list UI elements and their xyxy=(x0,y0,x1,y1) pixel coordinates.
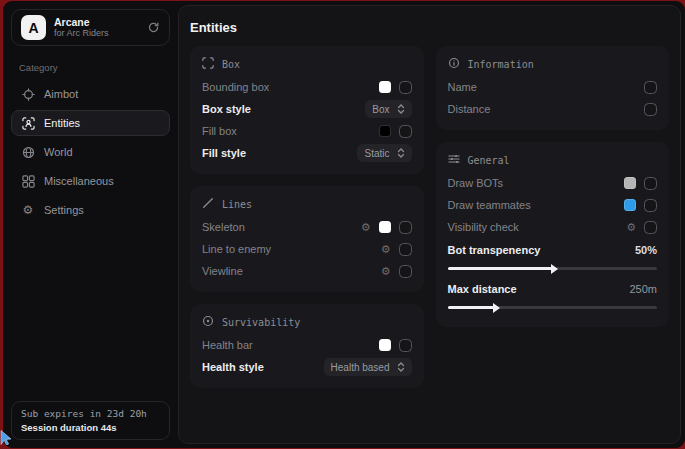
app-window: A Arcane for Arc Riders Category Aimbot xyxy=(3,1,685,448)
checkbox[interactable] xyxy=(399,265,412,278)
setting-row: Draw BOTs xyxy=(448,172,658,194)
setting-label: Viewline xyxy=(202,265,243,277)
checkbox[interactable] xyxy=(644,199,657,212)
app-header-card: A Arcane for Arc Riders xyxy=(11,9,170,46)
checkbox[interactable] xyxy=(644,221,657,234)
fill-style-dropdown[interactable]: Static xyxy=(357,144,411,162)
setting-row: Health bar xyxy=(202,334,412,356)
checkbox[interactable] xyxy=(399,243,412,256)
section-information: Information Name Distance xyxy=(436,46,670,130)
grid-icon xyxy=(21,175,35,188)
globe-icon xyxy=(21,146,35,159)
sidebar-item-entities[interactable]: Entities xyxy=(11,110,170,136)
checkbox[interactable] xyxy=(399,81,412,94)
setting-row: Draw teammates xyxy=(448,194,658,216)
section-title: Information xyxy=(468,59,534,70)
box-corners-icon xyxy=(202,57,214,71)
setting-label: Health style xyxy=(202,361,264,373)
sub-expiry-text: Sub expires in 23d 20h xyxy=(21,408,160,419)
chevron-updown-icon xyxy=(397,362,405,372)
survivability-icon xyxy=(202,315,214,329)
app-title: Arcane xyxy=(54,16,139,28)
checkbox[interactable] xyxy=(399,125,412,138)
setting-row: Fill box xyxy=(202,120,412,142)
checkbox[interactable] xyxy=(644,103,657,116)
line-icon xyxy=(202,197,214,211)
setting-row: Fill style Static xyxy=(202,142,412,164)
sidebar-item-label: World xyxy=(44,146,73,158)
setting-label: Max distance xyxy=(448,283,517,295)
main-panel: Entities Box Bounding box xyxy=(178,5,681,444)
setting-label: Distance xyxy=(448,103,491,115)
setting-row: Viewline ⚙ xyxy=(202,260,412,282)
checkbox[interactable] xyxy=(399,339,412,352)
setting-row: Bot transpenency 50% xyxy=(448,239,658,261)
category-label: Category xyxy=(19,62,170,73)
app-subtitle: for Arc Riders xyxy=(54,28,139,38)
setting-row: Skeleton ⚙ xyxy=(202,216,412,238)
mouse-cursor xyxy=(0,429,13,449)
sliders-icon xyxy=(448,153,460,167)
checkbox[interactable] xyxy=(644,177,657,190)
sidebar: A Arcane for Arc Riders Category Aimbot xyxy=(3,1,178,448)
setting-label: Line to enemy xyxy=(202,243,271,255)
setting-label: Bounding box xyxy=(202,81,269,93)
color-swatch[interactable] xyxy=(379,221,391,233)
setting-row: Max distance 250m xyxy=(448,278,658,300)
checkbox[interactable] xyxy=(644,81,657,94)
color-swatch[interactable] xyxy=(379,81,391,93)
setting-label: Fill style xyxy=(202,147,246,159)
setting-row: Visibility check ⚙ xyxy=(448,216,658,238)
color-swatch[interactable] xyxy=(379,125,391,137)
sidebar-item-world[interactable]: World xyxy=(11,139,170,165)
page-title: Entities xyxy=(190,20,669,35)
box-style-dropdown[interactable]: Box xyxy=(365,100,411,118)
setting-row: Distance xyxy=(448,98,658,120)
section-survivability: Survivability Health bar Health style xyxy=(190,304,424,388)
bot-transparency-slider[interactable] xyxy=(448,267,658,270)
setting-label: Skeleton xyxy=(202,221,245,233)
setting-label: Name xyxy=(448,81,477,93)
slider-value: 250m xyxy=(629,283,657,295)
section-title: Lines xyxy=(222,199,252,210)
chevron-updown-icon xyxy=(397,104,405,114)
section-box: Box Bounding box Box style Box xyxy=(190,46,424,174)
gear-icon[interactable]: ⚙ xyxy=(381,244,391,255)
crosshair-icon xyxy=(21,88,35,101)
section-title: General xyxy=(468,155,510,166)
health-style-dropdown[interactable]: Health based xyxy=(324,358,412,376)
setting-row: Box style Box xyxy=(202,98,412,120)
max-distance-slider[interactable] xyxy=(448,306,658,309)
setting-label: Fill box xyxy=(202,125,237,137)
sidebar-item-label: Miscellaneous xyxy=(44,175,114,187)
setting-row: Bounding box xyxy=(202,76,412,98)
checkbox[interactable] xyxy=(399,221,412,234)
setting-label: Draw BOTs xyxy=(448,177,504,189)
sidebar-item-miscellaneous[interactable]: Miscellaneous xyxy=(11,168,170,194)
setting-label: Draw teammates xyxy=(448,199,531,211)
sidebar-item-settings[interactable]: ⚙ Settings xyxy=(11,197,170,223)
entities-icon xyxy=(21,117,35,130)
refresh-icon[interactable] xyxy=(147,21,160,34)
color-swatch[interactable] xyxy=(624,177,636,189)
gear-icon[interactable]: ⚙ xyxy=(381,266,391,277)
section-title: Survivability xyxy=(222,317,300,328)
setting-row: Line to enemy ⚙ xyxy=(202,238,412,260)
gear-icon: ⚙ xyxy=(21,204,35,216)
slider-value: 50% xyxy=(635,244,657,256)
gear-icon[interactable]: ⚙ xyxy=(626,222,636,233)
gear-icon[interactable]: ⚙ xyxy=(361,222,371,233)
setting-label: Bot transpenency xyxy=(448,244,541,256)
chevron-updown-icon xyxy=(397,148,405,158)
setting-label: Health bar xyxy=(202,339,253,351)
subscription-card: Sub expires in 23d 20h Session duration … xyxy=(11,401,170,440)
info-icon xyxy=(448,57,460,71)
setting-label: Box style xyxy=(202,103,251,115)
sidebar-item-label: Aimbot xyxy=(44,88,78,100)
setting-row: Name xyxy=(448,76,658,98)
color-swatch[interactable] xyxy=(379,339,391,351)
color-swatch[interactable] xyxy=(624,199,636,211)
sidebar-item-label: Entities xyxy=(44,117,80,129)
setting-label: Visibility check xyxy=(448,221,519,233)
sidebar-item-aimbot[interactable]: Aimbot xyxy=(11,81,170,107)
